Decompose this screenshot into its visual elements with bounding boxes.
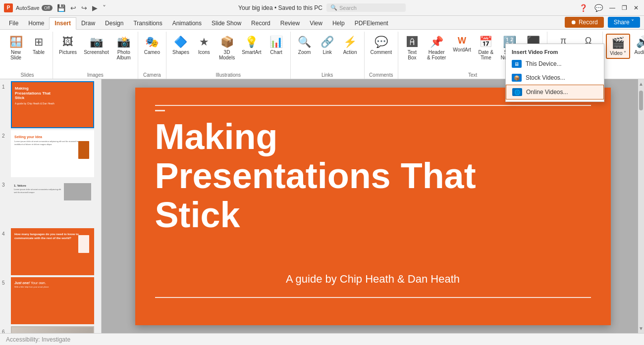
redo-icon[interactable]: ↪ (80, 3, 89, 13)
help-icon[interactable]: ❓ (578, 3, 589, 13)
click-to-add-notes: Accessibility: Investigate (6, 336, 70, 343)
slide-img-4[interactable]: How many languages do you need to know t… (11, 228, 94, 275)
icons-icon: ★ (199, 36, 209, 49)
screenshot-button[interactable]: 📷 Screenshot (81, 34, 112, 57)
textbox-button[interactable]: 🅰 TextBox (401, 34, 423, 62)
action-icon: ⚡ (343, 36, 357, 49)
photo-album-button[interactable]: 📸 PhotoAlbum (113, 34, 135, 62)
slide-thumb-1[interactable]: 1 MakingPresentations ThatStick A guide … (2, 81, 99, 128)
pictures-button[interactable]: 🖼 Pictures (56, 34, 80, 57)
slide-num-5: 5 (2, 277, 9, 286)
header-footer-button[interactable]: 📌 Header& Footer (424, 34, 449, 62)
slide-thumb-2[interactable]: 2 Selling your Idea Lorem ipsum dolor si… (2, 130, 99, 177)
online-videos-icon: 🌐 (512, 88, 522, 96)
autosave-label: AutoSave (16, 5, 40, 11)
save-icon[interactable]: 💾 (55, 3, 67, 13)
tab-insert[interactable]: Insert (49, 17, 76, 30)
action-button[interactable]: ⚡ Action (339, 34, 361, 57)
table-button[interactable]: ⊞ Table (28, 34, 50, 57)
slide-img-2[interactable]: Selling your Idea Lorem ipsum dolor sit … (11, 130, 94, 177)
zoom-icon: 🔍 (298, 36, 311, 49)
3d-models-icon: 📦 (220, 36, 234, 49)
this-device-icon: 🖥 (512, 60, 522, 68)
tab-draw[interactable]: Draw (76, 18, 100, 29)
tab-record[interactable]: Record (246, 18, 275, 29)
ribbon-group-media: 🎬 Video ˅ 🔊 Audio ˅ 🖥 ScreenRecording (603, 32, 644, 79)
share-button[interactable]: Share ˅ (608, 17, 640, 28)
zoom-button[interactable]: 🔍 Zoom (294, 34, 316, 57)
dropdown-item-stock-videos[interactable]: 📦 Stock Videos... (506, 71, 604, 85)
dropdown-item-online-videos[interactable]: 🌐 Online Videos... (506, 85, 604, 99)
smartart-button[interactable]: 💡 SmartArt (239, 34, 264, 57)
slides-panel[interactable]: 1 MakingPresentations ThatStick A guide … (0, 79, 102, 333)
ribbon-group-images: 🖼 Pictures 📷 Screenshot 📸 PhotoAlbum Ima… (53, 32, 138, 79)
tab-slideshow[interactable]: Slide Show (207, 18, 246, 29)
tab-review[interactable]: Review (275, 18, 305, 29)
slide-num-3: 3 (2, 179, 9, 188)
record-button[interactable]: ⏺ Record (565, 17, 604, 28)
ribbon-group-slides: 🪟 NewSlide ⊞ Table Slides (2, 32, 53, 79)
tab-animations[interactable]: Animations (167, 18, 207, 29)
cameo-button[interactable]: 🎭 Cameo (141, 34, 163, 57)
present-icon[interactable]: ▶ (91, 3, 99, 13)
new-slide-button[interactable]: 🪟 NewSlide (5, 34, 27, 62)
slide-canvas: MakingPresentations ThatStick A guide by… (135, 88, 611, 325)
slide-thumb-5[interactable]: 5 Just one! Your own. With a little help… (2, 277, 99, 324)
tab-view[interactable]: View (305, 18, 327, 29)
this-device-label: This Device... (526, 60, 562, 67)
comment-button[interactable]: 💬 Comment (368, 34, 395, 57)
link-icon: 🔗 (321, 36, 334, 49)
illustrations-group-content: 🔷 Shapes ★ Icons 📦 3DModels 💡 SmartArt 📊… (169, 32, 287, 71)
links-group-label: Links (294, 71, 361, 79)
restore-button[interactable]: ❐ (620, 4, 628, 12)
slide-img-5[interactable]: Just one! Your own. With a little help f… (11, 277, 94, 324)
dropdown-item-this-device[interactable]: 🖥 This Device... (506, 57, 604, 71)
video-button[interactable]: 🎬 Video ˅ (606, 34, 630, 59)
camera-group-label: Camera (141, 71, 163, 79)
canvas-area[interactable]: MakingPresentations ThatStick A guide by… (102, 79, 644, 333)
tab-help[interactable]: Help (327, 18, 350, 29)
vertical-scrollbar[interactable]: ▲ ▼ (638, 79, 644, 333)
autosave-toggle[interactable]: Off (42, 5, 53, 11)
links-group-content: 🔍 Zoom 🔗 Link ⚡ Action (294, 32, 361, 71)
slide-img-6[interactable]: 🏔 (11, 326, 94, 333)
textbox-icon: 🅰 (407, 36, 418, 49)
undo-icon[interactable]: ↩ (69, 3, 78, 13)
date-time-icon: 📅 (479, 36, 492, 49)
media-group-label (606, 77, 644, 79)
ribbon-group-camera: 🎭 Cameo Camera (138, 32, 166, 79)
chart-button[interactable]: 📊 Chart (266, 34, 287, 57)
feedback-icon[interactable]: 💬 (593, 3, 604, 13)
date-time-button[interactable]: 📅 Date &Time (475, 34, 497, 62)
slide-num-4: 4 (2, 228, 9, 237)
ribbon-tabs: File Home Insert Draw Design Transitions… (0, 16, 644, 30)
tab-pdfelement[interactable]: PDFElement (350, 18, 393, 29)
3d-models-button[interactable]: 📦 3DModels (216, 34, 238, 62)
slide-thumb-6[interactable]: 6 🏔 (2, 326, 99, 333)
search-box[interactable]: 🔍 Search (326, 3, 406, 12)
tab-design[interactable]: Design (100, 18, 128, 29)
tab-transitions[interactable]: Transitions (128, 18, 167, 29)
minimize-button[interactable]: — (608, 4, 616, 12)
audio-button[interactable]: 🔊 Audio ˅ (631, 34, 644, 57)
shapes-button[interactable]: 🔷 Shapes (169, 34, 192, 57)
close-button[interactable]: ✕ (632, 4, 640, 12)
title-bar-right: ❓ 💬 — ❐ ✕ (578, 3, 640, 13)
ribbon-group-links: 🔍 Zoom 🔗 Link ⚡ Action Links (291, 32, 365, 79)
icons-button[interactable]: ★ Icons (193, 34, 215, 57)
scroll-thumb[interactable] (639, 91, 643, 110)
slide-thumb-4[interactable]: 4 How many languages do you need to know… (2, 228, 99, 275)
slide-thumb-3[interactable]: 3 1. Velcro Lorem ipsum dolor sit amet c… (2, 179, 99, 226)
slide-subtitle[interactable]: A guide by Chip Heath & Dan Heath (155, 273, 591, 286)
title-bar-center: Your big idea • Saved to this PC 🔍 Searc… (238, 3, 406, 12)
slide-img-1[interactable]: MakingPresentations ThatStick A guide by… (11, 81, 94, 128)
tab-file[interactable]: File (4, 18, 23, 29)
more-icon[interactable]: ˅ (101, 3, 107, 13)
wordart-button[interactable]: W WordArt (450, 34, 474, 54)
slide-img-3[interactable]: 1. Velcro Lorem ipsum dolor sit amet con… (11, 179, 94, 226)
tab-home[interactable]: Home (23, 18, 49, 29)
slide-main-title[interactable]: MakingPresentations ThatStick (155, 117, 476, 235)
slide-bottom-line (155, 297, 591, 298)
thumb3-content: 1. Velcro Lorem ipsum dolor sit amet con… (12, 180, 93, 196)
link-button[interactable]: 🔗 Link (317, 34, 338, 57)
